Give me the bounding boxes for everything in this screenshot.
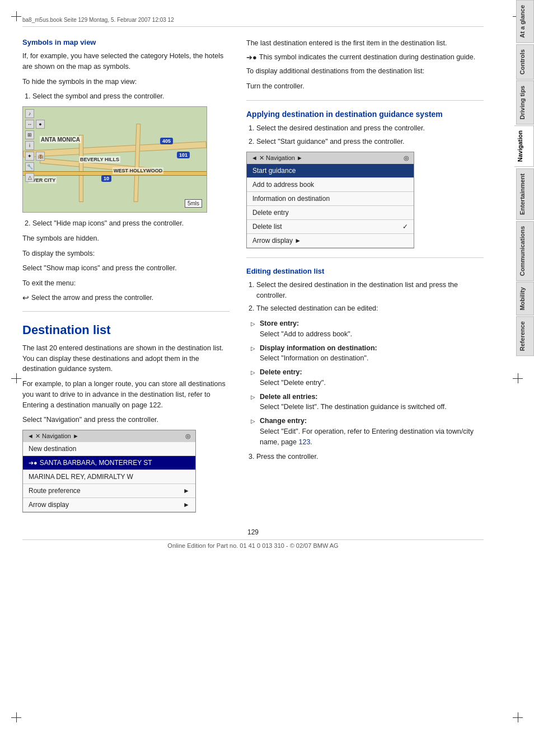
map-icon-row-5: ✦ 🏨 [25,152,45,161]
map-icon-row-2: ↔ ● [25,120,45,129]
main-content: ba8_m5us.book Seite 129 Montag, 5. Febru… [22,17,484,549]
symbols-steps-2: Select "Hide map icons" and press the co… [32,218,229,229]
dest-arrow-display-text: Arrow display [29,501,69,509]
symbols-para2: To hide the symbols in the map view: [22,77,229,87]
editing-steps: Select the desired destination in the de… [256,280,484,314]
editing-heading: Editing destination list [246,267,484,275]
dest-santa-barbara-text: SANTA BARBARA, MONTERREY ST [40,459,152,467]
back-arrow-instruction: ↩ Select the arrow and press the control… [22,293,229,302]
editing-option-store-action: Select "Add to address book". [260,330,352,338]
dest-nav-header: ◄ ✕ Navigation ► ◎ [23,430,195,442]
applying-nav-header: ◄ ✕ Navigation ► ◎ [247,152,414,164]
applying-nav-add-address-book: Add to address book [247,178,414,192]
editing-option-display-info-action: Select "Information on destination". [260,354,368,362]
dest-route-pref-arrow: ► [183,487,190,495]
symbols-heading: Symbols in map view [22,38,229,46]
applying-nav-information: Information on destination [247,192,414,206]
tab-at-a-glance[interactable]: At a glance [516,0,534,43]
map-icon-wrench: 🔧 [25,162,34,171]
editing-option-store-label: Store entry: [260,320,299,327]
back-arrow-icon: ↩ [22,293,29,302]
map-icon-star: ✦ [25,152,34,161]
applying-nav-delete-list-check: ✓ [402,223,408,231]
symbol-note-text: This symbol indicates the current destin… [259,53,475,61]
tab-reference[interactable]: Reference [516,316,534,356]
symbols-step2: Select "Hide map icons" and press the co… [32,218,229,229]
dest-nav-item-route-pref: Route preference ► [23,484,195,498]
symbols-steps: Select the symbol and press the controll… [32,91,229,102]
map-screenshot: ANTA MONICA BEVERLY HILLS LVER CITY WEST… [22,106,207,213]
corner-mark-bl [11,712,21,722]
tab-driving-tips[interactable]: Driving tips [516,81,534,125]
editing-options-list: Store entry: Select "Add to address book… [251,318,484,447]
dest-nav-item-arrow-display: Arrow display ► [23,498,195,512]
applying-divider [246,100,484,101]
editing-option-delete-all-label: Delete all entries: [260,393,318,401]
editing-option-change-page-link[interactable]: 123 [299,438,311,446]
applying-step2: Select "Start guidance" and press the co… [256,137,484,147]
map-icon-triangle: △ [25,173,34,182]
symbols-para1: If, for example, you have selected the c… [22,51,229,72]
display-additional-para: To display additional destinations from … [246,66,484,77]
editing-step3: Press the controller. [256,452,484,462]
tab-entertainment[interactable]: Entertainment [516,168,534,220]
page-number: 129 [22,528,484,536]
symbol-note-icon: ➔● [246,53,257,62]
map-icon-row-7: △ [25,173,45,182]
dest-nav-item-marina: MARINA DEL REY, ADMIRALTY W [23,470,195,484]
section-divider [22,311,229,312]
dest-list-para3: Select "Navigation" and press the contro… [22,415,229,425]
turn-controller-para: Turn the controller. [246,81,484,92]
dest-list-first-item-note: The last destination entered is the firs… [246,38,484,49]
map-icon-dot: ● [36,120,45,129]
applying-nav-arrow-display-text: Arrow display ► [252,237,301,245]
destination-nav-menu: ◄ ✕ Navigation ► ◎ New destination ➔● SA… [22,430,196,513]
editing-step3-list: Press the controller. [256,452,484,462]
map-icon-info: i [25,141,34,150]
dest-list-para2: For example, to plan a longer route, you… [22,379,229,410]
editing-option-display-info-label: Display information on destination: [260,344,377,352]
route-badge-101: 101 [177,152,190,158]
route-badge-405: 405 [160,138,173,144]
tab-mobility[interactable]: Mobility [516,282,534,316]
tab-controls[interactable]: Controls [516,44,534,79]
editing-option-delete-all-action: Select "Delete list". The destination gu… [260,403,447,411]
map-scale: 5mls [185,199,202,208]
two-column-layout: Symbols in map view If, for example, you… [22,38,484,517]
editing-divider [246,257,484,258]
symbols-para4: Select "Show map icons" and press the co… [22,263,229,274]
editing-step2: The selected destination can be edited: [256,303,484,314]
symbols-hidden-status: The symbols are hidden. [22,233,229,244]
editing-option-change-label: Change entry: [260,417,307,425]
corner-mark-tl [11,11,21,21]
editing-option-change-action: Select "Edit". For operation, refer to E… [260,428,474,446]
tab-communications[interactable]: Communications [516,221,534,281]
destination-list-heading: Destination list [22,323,229,337]
symbol-note: ➔● This symbol indicates the current des… [246,53,484,62]
map-icon-row-3: ⊞ [25,130,45,139]
back-arrow-text: Select the arrow and press the controlle… [31,294,153,302]
route-badge-10: 10 [101,175,111,182]
symbols-para3: To display the symbols: [22,248,229,259]
editing-option-change: Change entry: Select "Edit". For operati… [251,416,484,447]
page-footer: Online Edition for Part no. 01 41 0 013 … [22,539,484,549]
editing-option-delete-entry-action: Select "Delete entry". [260,379,326,387]
map-label-beverly-hills: BEVERLY HILLS [79,156,120,163]
dest-route-pref-text: Route preference [29,487,81,495]
dest-arrow-display-arrow: ► [183,501,190,509]
map-icon-bed: 🏨 [36,152,45,161]
editing-option-delete-entry-label: Delete entry: [260,368,302,376]
map-icon-row-6: 🔧 [25,162,45,171]
applying-heading: Applying destination in destination guid… [246,110,484,119]
editing-option-store: Store entry: Select "Add to address book… [251,318,484,340]
editing-option-delete-all: Delete all entries: Select "Delete list"… [251,392,484,413]
dest-nav-header-right: ◎ [185,433,191,440]
applying-nav-menu: ◄ ✕ Navigation ► ◎ Start guidance Add to… [246,152,414,248]
applying-nav-delete-list: Delete list ✓ [247,220,414,234]
map-label-west-hollywood: WEST HOLLYWOOD [113,167,163,174]
applying-steps: Select the desired destination and press… [256,123,484,147]
tab-navigation[interactable]: Navigation [514,125,534,167]
map-icons-panel: ♪ ↔ ● ⊞ i ✦ 🏨 [25,109,45,182]
map-icon-arrows: ↔ [25,120,34,129]
symbols-para5: To exit the menu: [22,278,229,289]
